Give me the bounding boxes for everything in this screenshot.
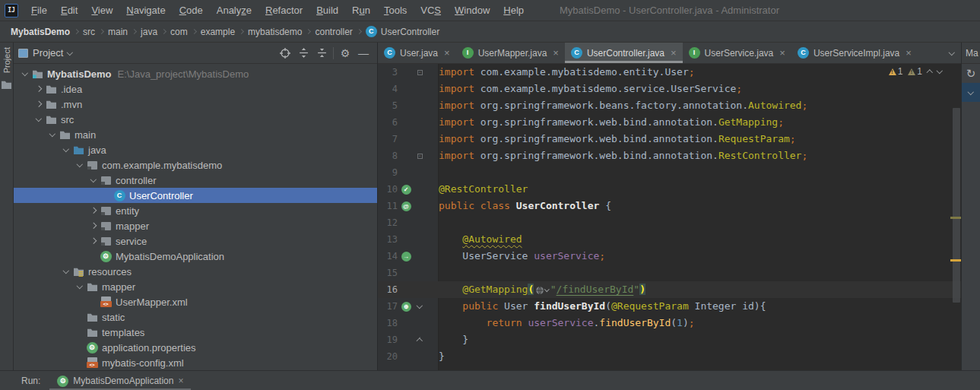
breadcrumb-item[interactable]: example <box>198 27 238 37</box>
menu-navigate[interactable]: Navigate <box>119 0 172 21</box>
breadcrumb-item[interactable]: src <box>80 27 98 37</box>
tree-item-java[interactable]: java <box>14 142 377 157</box>
tree-item-main[interactable]: main <box>14 127 377 142</box>
editor-tab-usercontroller-java[interactable]: CUserController.java× <box>565 43 683 63</box>
tree-item--idea[interactable]: .idea <box>14 81 377 97</box>
code-line-10[interactable]: 10 ✓ @RestController <box>378 181 961 198</box>
project-strip-button[interactable]: Project <box>2 47 11 73</box>
scrollbar-warning-mark[interactable] <box>950 259 961 262</box>
breadcrumb-item[interactable]: controller <box>312 27 355 37</box>
code-line-4[interactable]: 4 import com.example.mybatisdemo.service… <box>378 81 961 97</box>
close-icon[interactable]: × <box>178 376 183 386</box>
chevron-down-icon[interactable] <box>22 70 28 76</box>
tree-item-mybatisdemoapplication[interactable]: ⚙ MybatisDemoApplication <box>14 249 377 264</box>
code-line-6[interactable]: 6 import org.springframework.web.bind.an… <box>378 114 961 131</box>
chevron-down-icon[interactable] <box>67 49 73 55</box>
chevron-down-icon[interactable] <box>49 131 56 137</box>
menu-view[interactable]: View <box>84 0 119 21</box>
tree-item-service[interactable]: service <box>14 233 377 249</box>
close-icon[interactable]: × <box>779 47 785 59</box>
editor-tab-userservice-java[interactable]: IUserService.java× <box>683 43 791 63</box>
code-line-8[interactable]: 8 - import org.springframework.web.bind.… <box>378 147 961 164</box>
chevron-right-icon[interactable] <box>36 86 42 92</box>
chevron-right-icon[interactable] <box>90 223 97 229</box>
locate-file-button[interactable] <box>276 45 294 62</box>
editor-tab-user-java[interactable]: CUser.java× <box>378 43 456 63</box>
chevron-down-icon[interactable] <box>63 268 69 274</box>
chevron-down-icon[interactable] <box>962 83 980 102</box>
spring-autowired-icon[interactable]: → <box>401 252 411 262</box>
code-editor[interactable]: 3 - import com.example.mybatisdemo.entit… <box>378 64 961 370</box>
menu-file[interactable]: File <box>24 0 54 21</box>
expand-all-button[interactable] <box>294 45 312 62</box>
chevron-right-icon[interactable] <box>36 101 42 107</box>
code-line-12[interactable]: 12 <box>378 214 961 231</box>
menu-analyze[interactable]: Analyze <box>210 0 258 21</box>
tree-item-usermapper-xml[interactable]: <> UserMapper.xml <box>14 294 377 309</box>
breadcrumb-item[interactable]: com <box>167 27 191 37</box>
panel-title[interactable]: Project <box>33 47 63 59</box>
editor-tab-userserviceimpl-java[interactable]: CUserServiceImpl.java× <box>791 43 918 63</box>
code-line-7[interactable]: 7 import org.springframework.web.bind.an… <box>378 131 961 147</box>
breadcrumb-item[interactable]: java <box>138 27 160 37</box>
breadcrumb-item[interactable]: MybatisDemo <box>8 27 73 37</box>
tree-item-entity[interactable]: entity <box>14 203 377 218</box>
menu-vcs[interactable]: VCS <box>414 0 448 21</box>
code-line-14[interactable]: 14 → UserService userService; <box>378 248 961 265</box>
menu-run[interactable]: Run <box>345 0 377 21</box>
menu-window[interactable]: Window <box>448 0 496 21</box>
chevron-down-icon[interactable] <box>77 283 83 289</box>
menu-refactor[interactable]: Refactor <box>258 0 309 21</box>
spring-annotated-bean-icon[interactable]: @ <box>401 201 411 211</box>
tree-item-templates[interactable]: templates <box>14 325 377 340</box>
tree-item-static[interactable]: static <box>14 309 377 325</box>
next-warning-button[interactable] <box>936 68 942 74</box>
hide-panel-button[interactable]: — <box>354 45 373 62</box>
code-line-15[interactable]: 15 <box>378 265 961 281</box>
prev-warning-button[interactable] <box>927 70 933 76</box>
close-icon[interactable]: × <box>553 47 559 59</box>
code-line-19[interactable]: 19 } <box>378 331 961 348</box>
code-line-13[interactable]: 13 @Autowired <box>378 231 961 248</box>
weak-warning-count[interactable]: 1 <box>917 66 922 77</box>
tree-item-mapper[interactable]: mapper <box>14 279 377 294</box>
menu-build[interactable]: Build <box>309 0 345 21</box>
code-line-3[interactable]: 3 - import com.example.mybatisdemo.entit… <box>378 64 961 81</box>
url-inlay-icon[interactable] <box>535 286 549 295</box>
code-line-5[interactable]: 5 import org.springframework.beans.facto… <box>378 97 961 114</box>
scrollbar-warning-mark[interactable] <box>950 217 961 219</box>
code-line-20[interactable]: 20 } <box>378 348 961 365</box>
tree-item-com-example-mybatisdemo[interactable]: com.example.mybatisdemo <box>14 157 377 173</box>
chevron-down-icon[interactable] <box>63 146 69 152</box>
code-line-17[interactable]: 17 ⊕ public User findUserById(@RequestPa… <box>378 298 961 315</box>
tree-item-mybatisdemo[interactable]: MybatisDemoE:\Java_project\MybatisDemo <box>14 66 377 81</box>
maven-tab[interactable]: Ma <box>962 43 980 64</box>
close-icon[interactable]: × <box>444 47 450 59</box>
code-line-11[interactable]: 11 @ public class UserController { <box>378 198 961 214</box>
editor-scrollbar[interactable] <box>953 108 960 303</box>
hidden-tabs-chevron[interactable] <box>942 43 962 63</box>
breadcrumb-item[interactable]: main <box>105 27 131 37</box>
tree-item-application-properties[interactable]: ⚙ application.properties <box>14 340 377 355</box>
editor-tab-usermapper-java[interactable]: IUserMapper.java× <box>456 43 565 63</box>
run-tab-mybatisdemoapplication[interactable]: ⚙ MybatisDemoApplication × <box>49 371 191 390</box>
warning-count[interactable]: 1 <box>898 66 903 77</box>
tree-item-mybatis-config-xml[interactable]: <> mybatis-config.xml <box>14 355 377 370</box>
menu-code[interactable]: Code <box>173 0 210 21</box>
close-icon[interactable]: × <box>905 47 912 59</box>
menu-help[interactable]: Help <box>496 0 531 21</box>
refresh-icon[interactable]: ↻ <box>962 64 980 83</box>
menu-edit[interactable]: Edit <box>54 0 84 21</box>
tree-item-resources[interactable]: resources <box>14 264 377 279</box>
tree-item-mapper[interactable]: mapper <box>14 218 377 233</box>
spring-bean-icon[interactable]: ✓ <box>401 185 411 195</box>
chevron-down-icon[interactable] <box>90 176 97 182</box>
tree-item-usercontroller[interactable]: C UserController <box>14 188 377 203</box>
code-line-16[interactable]: 16 @GetMapping("/findUserById") <box>378 281 961 298</box>
breadcrumb-item[interactable]: mybatisdemo <box>245 27 305 37</box>
chevron-right-icon[interactable] <box>90 238 97 244</box>
settings-gear-button[interactable]: ⚙ <box>336 45 354 62</box>
chevron-down-icon[interactable] <box>36 116 42 122</box>
menu-tools[interactable]: Tools <box>377 0 414 21</box>
tree-item--mvn[interactable]: .mvn <box>14 97 377 112</box>
